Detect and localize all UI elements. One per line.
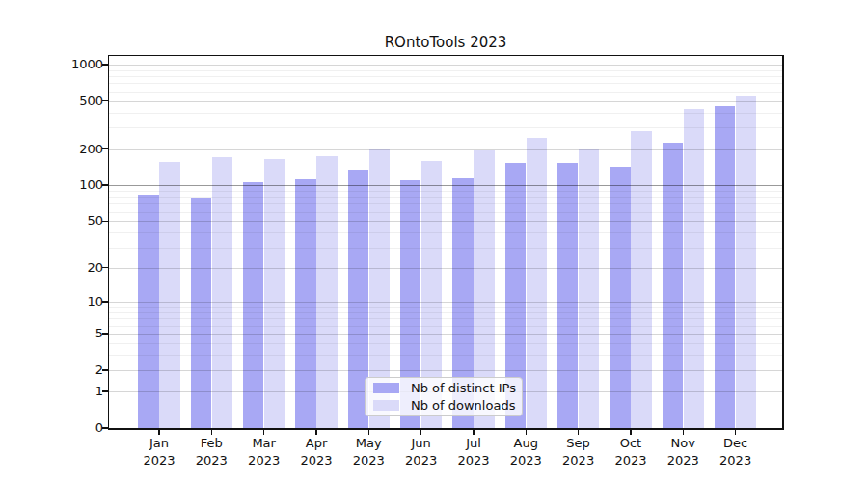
gridline-minor [109,92,782,93]
x-tick-label-feb: Feb 2023 [182,435,240,469]
gridline-5 [109,334,782,335]
legend-label-ips: Nb of distinct IPs [411,382,516,395]
x-tick-apr [315,430,316,435]
x-tick-label-mar: Mar 2023 [235,435,293,469]
gridline-20 [109,268,782,269]
x-tick-dec [735,430,736,435]
legend-label-downloads: Nb of downloads [411,399,515,413]
bottom-spine [108,428,784,430]
x-tick-may [368,430,369,435]
gridline-minor [109,197,782,198]
y-tick-label-50: 50 [39,213,103,228]
x-tick-label-may: May 2023 [339,435,397,469]
gridline-minor [109,312,782,313]
gridline-minor [109,113,782,114]
y-tick-label-1: 1 [39,384,103,399]
y-tick-label-500: 500 [39,94,103,109]
legend-swatch-ips [373,383,399,393]
gridline-minor [109,248,782,249]
y-tick-label-0: 0 [39,420,103,436]
bar-downloads-feb [212,157,233,428]
bar-ips-oct [610,167,631,428]
gridline-minor [109,127,782,128]
y-tick-label-10: 10 [39,294,103,309]
bar-ips-jan [138,195,159,429]
x-tick-mar [263,430,264,435]
y-tick-label-2: 2 [39,362,103,378]
x-tick-label-oct: Oct 2023 [602,435,660,469]
x-tick-feb [211,430,212,435]
y-tick-label-1000: 1000 [39,57,103,72]
gridline-minor [109,318,782,319]
x-tick-label-nov: Nov 2023 [654,435,712,469]
x-tick-label-sep: Sep 2023 [550,435,608,469]
legend-swatch-downloads [373,400,399,411]
gridline-1000 [109,65,782,66]
y-tick-label-200: 200 [39,142,103,157]
x-tick-nov [683,430,684,435]
legend-item-ips: Nb of distinct IPs [366,382,522,395]
x-tick-oct [630,430,631,435]
gridline-minor [109,203,782,204]
gridline-200 [109,149,782,150]
gridline-minor [109,232,782,233]
legend: Nb of distinct IPs Nb of downloads [365,377,523,416]
gridline-minor [109,83,782,84]
x-tick-label-jun: Jun 2023 [393,435,450,469]
x-tick-jul [473,430,474,435]
chart-figure: ROntoTools 2023 Nb of distinct IPs Nb of… [0,0,868,482]
gridline-minor [109,76,782,77]
x-tick-label-dec: Dec 2023 [707,435,765,469]
bar-downloads-oct [631,131,652,428]
gridline-2 [109,370,782,371]
legend-item-downloads: Nb of downloads [366,399,522,413]
gridline-10 [109,302,782,303]
gridline-minor [109,191,782,192]
plot-area [109,56,782,428]
bar-downloads-dec [736,96,757,428]
bar-downloads-mar [264,159,285,428]
x-tick-jan [158,430,159,435]
bar-ips-sep [557,163,579,428]
x-tick-aug [526,430,527,435]
x-tick-label-apr: Apr 2023 [287,435,345,469]
x-tick-sep [578,430,579,435]
chart-title: ROntoTools 2023 [109,32,782,53]
gridline-minor [109,343,782,344]
right-spine [782,55,784,430]
gridline-minor [109,307,782,308]
gridline-100 [109,185,782,186]
gridline-500 [109,101,782,102]
x-tick-jun [420,430,421,435]
bar-downloads-aug [527,138,548,428]
top-spine [108,55,784,57]
gridline-minor [109,326,782,327]
x-tick-label-jul: Jul 2023 [445,435,502,469]
y-tick-label-20: 20 [39,260,103,276]
gridline-minor [109,355,782,356]
gridline-50 [109,221,782,222]
x-tick-label-aug: Aug 2023 [497,435,555,469]
gridline-minor [109,212,782,213]
y-tick-label-5: 5 [39,326,103,341]
bar-downloads-jan [159,162,180,428]
left-spine [108,55,110,430]
y-tick-label-100: 100 [39,177,103,193]
gridline-minor [109,70,782,71]
x-tick-label-jan: Jan 2023 [130,435,188,469]
